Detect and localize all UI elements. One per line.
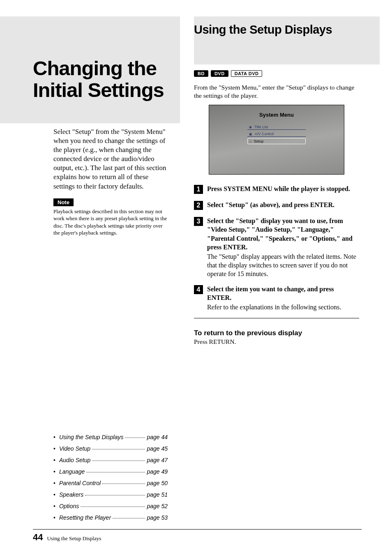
toc-page: page 45 — [147, 445, 168, 452]
toc-page: page 51 — [147, 491, 168, 498]
toc-item: • Speakers page 51 — [53, 491, 168, 498]
toc-page: page 53 — [147, 514, 168, 521]
step-detail: The "Setup" display appears with the rel… — [207, 252, 359, 278]
av-icon: ▣ — [249, 132, 252, 136]
toc-label: Resetting the Player — [59, 514, 111, 521]
chapter-title: Changing the Initial Settings — [33, 58, 168, 108]
toc-item: • Video Setup page 45 — [53, 445, 168, 452]
toc-leader — [92, 461, 145, 461]
toc-leader — [113, 518, 145, 518]
toc-label: Audio Setup — [59, 457, 90, 463]
menu-item-label: A/V Control — [255, 132, 274, 136]
menu-item-label: Setup — [254, 139, 264, 143]
toc-item: • Using the Setup Displays page 44 — [53, 434, 168, 440]
toc-item: • Parental Control page 50 — [53, 480, 168, 486]
step-number: 1 — [194, 185, 203, 194]
step-detail: Refer to the explanations in the followi… — [207, 303, 359, 311]
step-instruction: Select the item you want to change, and … — [207, 285, 359, 302]
step-instruction: Select the "Setup" display you want to u… — [207, 216, 359, 251]
steps-list: 1 Press SYSTEM MENU while the player is … — [194, 184, 359, 318]
toc-item: • Options page 52 — [53, 503, 168, 509]
bullet-icon: • — [53, 503, 59, 509]
toc-leader — [125, 438, 145, 438]
toc-item: • Audio Setup page 47 — [53, 457, 168, 463]
step: 3 Select the "Setup" display you want to… — [194, 216, 359, 278]
chapter-intro: Select "Setup" from the "System Menu" wh… — [53, 127, 168, 191]
divider — [194, 318, 359, 318]
bullet-icon: • — [53, 480, 59, 486]
return-text: Press RETURN. — [194, 338, 359, 345]
step-number: 4 — [194, 285, 203, 294]
page-footer: 44 Using the Setup Displays — [33, 529, 362, 543]
toc-page: page 49 — [147, 468, 168, 475]
badge-dvd: DVD — [211, 70, 228, 77]
badge-bd: BD — [194, 70, 208, 77]
page-number: 44 — [33, 532, 43, 543]
badge-data-dvd: DATA DVD — [231, 70, 263, 77]
toc-label: Language — [59, 468, 85, 475]
bullet-icon: • — [53, 514, 59, 521]
toc-item: • Language page 49 — [53, 468, 168, 475]
toc-leader — [92, 449, 145, 449]
step-number: 2 — [194, 201, 203, 210]
system-menu-screenshot: System Menu ◉ Title List ▣ A/V Control ⌂… — [209, 105, 344, 175]
toc-leader — [86, 472, 145, 472]
step: 1 Press SYSTEM MENU while the player is … — [194, 184, 359, 194]
footer-section-name: Using the Setup Displays — [47, 535, 101, 542]
toc-page: page 47 — [147, 457, 168, 463]
screenshot-title: System Menu — [209, 112, 344, 118]
toc-list: • Using the Setup Displays page 44 • Vid… — [53, 434, 168, 521]
bullet-icon: • — [53, 457, 59, 463]
return-heading: To return to the previous display — [194, 329, 359, 337]
toc-leader — [81, 507, 145, 507]
toc-label: Using the Setup Displays — [59, 434, 123, 440]
toc-item: • Resetting the Player page 53 — [53, 514, 168, 521]
step: 4 Select the item you want to change, an… — [194, 285, 359, 311]
step-number: 3 — [194, 217, 203, 226]
toc-page: page 52 — [147, 503, 168, 509]
section-title: Using the Setup Displays — [194, 16, 359, 57]
setup-icon: ⌂ — [249, 140, 251, 143]
toc-label: Options — [59, 503, 79, 509]
bullet-icon: • — [53, 491, 59, 498]
disc-badges: BD DVD DATA DVD — [194, 70, 359, 77]
menu-item-label: Title List — [254, 125, 268, 129]
toc-leader — [102, 484, 145, 484]
menu-item-title-list: ◉ Title List — [247, 124, 306, 130]
step: 2 Select "Setup" (as above), and press E… — [194, 200, 359, 210]
toc-label: Video Setup — [59, 445, 90, 452]
note-text: Playback settings described in this sect… — [53, 208, 168, 237]
bullet-icon: • — [53, 434, 59, 440]
step-instruction: Press SYSTEM MENU while the player is st… — [207, 184, 350, 193]
toc-page: page 44 — [147, 434, 168, 440]
menu-item-setup: ⌂ Setup — [247, 138, 306, 144]
toc-label: Parental Control — [59, 480, 101, 486]
disc-icon: ◉ — [249, 125, 252, 129]
section-intro: From the "System Menu," enter the "Setup… — [194, 83, 359, 100]
bullet-icon: • — [53, 445, 59, 452]
toc-label: Speakers — [59, 491, 83, 498]
menu-item-av-control: ▣ A/V Control — [247, 131, 306, 137]
note-label: Note — [53, 198, 74, 206]
toc-leader — [85, 495, 145, 495]
bullet-icon: • — [53, 468, 59, 475]
step-instruction: Select "Setup" (as above), and press ENT… — [207, 200, 334, 209]
toc-page: page 50 — [147, 480, 168, 486]
